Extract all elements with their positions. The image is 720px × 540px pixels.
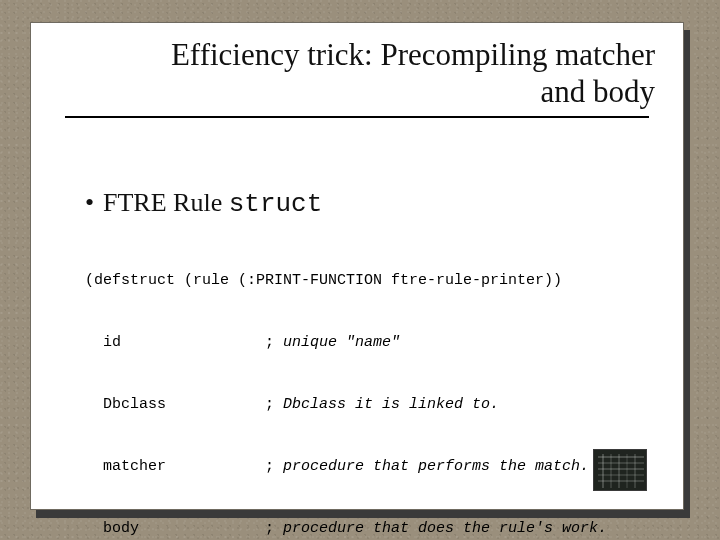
code-line-dbclass: Dbclass;Dbclass it is linked to. xyxy=(85,395,655,416)
code-field-name: body xyxy=(85,519,265,540)
semicolon-icon: ; xyxy=(265,457,283,478)
corner-logo-icon xyxy=(593,449,647,491)
code-line-matcher: matcher;procedure that performs the matc… xyxy=(85,457,655,478)
code-line-defstruct: (defstruct (rule (:PRINT-FUNCTION ftre-r… xyxy=(85,271,655,292)
code-comment: procedure that does the rule's work. xyxy=(283,519,607,540)
code-block: (defstruct (rule (:PRINT-FUNCTION ftre-r… xyxy=(85,229,655,540)
code-comment: Dbclass it is linked to. xyxy=(283,395,499,416)
bullet-item: • FTRE Rule struct xyxy=(85,188,655,219)
slide-title: Efficiency trick: Precompiling matcher a… xyxy=(59,37,655,110)
code-field-name: Dbclass xyxy=(85,395,265,416)
code-field-name: matcher xyxy=(85,457,265,478)
semicolon-icon: ; xyxy=(265,333,283,354)
semicolon-icon: ; xyxy=(265,395,283,416)
bullet-text: FTRE Rule xyxy=(103,188,229,217)
slide-title-line1: Efficiency trick: Precompiling matcher xyxy=(171,37,655,72)
code-line-id: id;unique "name" xyxy=(85,333,655,354)
semicolon-icon: ; xyxy=(265,519,283,540)
slide-title-line2: and body xyxy=(540,74,655,109)
code-field-name: id xyxy=(85,333,265,354)
code-comment: unique "name" xyxy=(283,333,400,354)
bullet-content: FTRE Rule struct xyxy=(103,188,322,219)
slide: Efficiency trick: Precompiling matcher a… xyxy=(30,22,684,510)
title-underline xyxy=(65,116,649,118)
code-line-body: body;procedure that does the rule's work… xyxy=(85,519,655,540)
bullet-code: struct xyxy=(229,189,323,219)
bullet-dot-icon: • xyxy=(85,188,103,218)
code-comment: procedure that performs the match. xyxy=(283,457,589,478)
